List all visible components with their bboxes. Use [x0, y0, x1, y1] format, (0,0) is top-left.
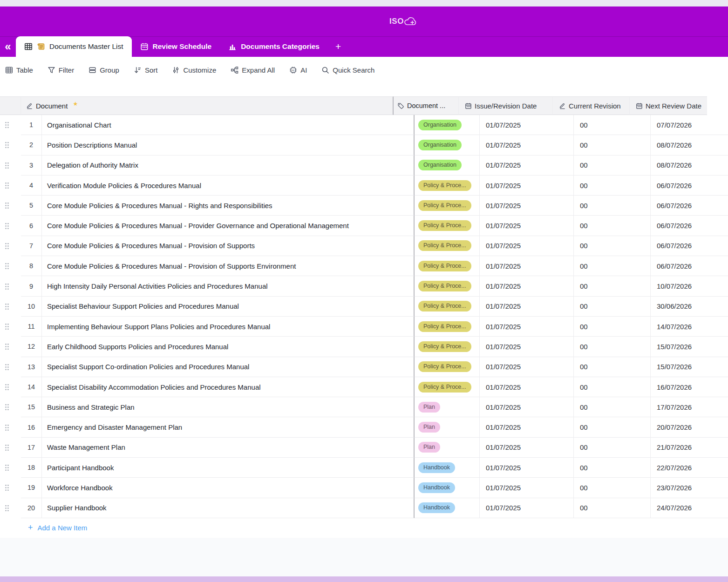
tab-review-schedule[interactable]: Review Schedule	[132, 36, 220, 57]
current-revision-cell[interactable]: 00	[574, 317, 651, 337]
issue-revision-date-cell[interactable]: 01/07/2025	[480, 478, 574, 498]
document-category-cell[interactable]: Policy & Proce...	[415, 357, 480, 377]
table-row[interactable]: 4Verification Module Policies & Procedur…	[0, 176, 728, 196]
document-name-cell[interactable]: Business and Strategic Plan	[42, 397, 415, 417]
document-category-cell[interactable]: Handbook	[415, 458, 480, 478]
next-review-date-cell[interactable]: 06/07/2026	[651, 216, 728, 236]
document-category-cell[interactable]: Policy & Proce...	[415, 236, 480, 256]
table-row[interactable]: 16Emergency and Disaster Management Plan…	[0, 417, 728, 437]
current-revision-cell[interactable]: 00	[574, 458, 651, 478]
toolbar-sort-button[interactable]: Sort	[134, 66, 158, 74]
issue-revision-date-cell[interactable]: 01/07/2025	[480, 156, 574, 176]
issue-revision-date-cell[interactable]: 01/07/2025	[480, 297, 574, 317]
toolbar-ai-button[interactable]: AIAI	[289, 66, 307, 74]
document-category-cell[interactable]: Organisation	[415, 156, 480, 176]
issue-revision-date-cell[interactable]: 01/07/2025	[480, 438, 574, 458]
table-row[interactable]: 13Specialist Support Co-ordination Polic…	[0, 357, 728, 377]
issue-revision-date-cell[interactable]: 01/07/2025	[480, 337, 574, 357]
tab-documents-master-list[interactable]: Documents Master List	[16, 36, 132, 57]
document-name-cell[interactable]: Waste Management Plan	[42, 438, 415, 458]
toolbar-group-button[interactable]: Group	[88, 66, 119, 74]
current-revision-cell[interactable]: 00	[574, 397, 651, 417]
issue-revision-date-cell[interactable]: 01/07/2025	[480, 256, 574, 276]
toolbar-quick-search-button[interactable]: Quick Search	[321, 66, 374, 74]
issue-revision-date-cell[interactable]: 01/07/2025	[480, 397, 574, 417]
issue-revision-date-cell[interactable]: 01/07/2025	[480, 377, 574, 397]
document-category-cell[interactable]: Handbook	[415, 478, 480, 498]
current-revision-cell[interactable]: 00	[574, 256, 651, 276]
current-revision-cell[interactable]: 00	[574, 297, 651, 317]
table-row[interactable]: 3Delegation of Authority MatrixOrganisat…	[0, 156, 728, 176]
drag-handle-icon[interactable]	[4, 383, 10, 391]
toolbar-expand-all-button[interactable]: Expand All	[231, 66, 275, 74]
document-category-cell[interactable]: Policy & Proce...	[415, 337, 480, 357]
current-revision-cell[interactable]: 00	[574, 216, 651, 236]
document-name-cell[interactable]: Core Module Policies & Procedures Manual…	[42, 236, 415, 256]
table-row[interactable]: 12Early Childhood Supports Policies and …	[0, 337, 728, 357]
document-name-cell[interactable]: Delegation of Authority Matrix	[42, 156, 415, 176]
document-name-cell[interactable]: High Intensity Daily Personal Activities…	[42, 276, 415, 296]
next-review-date-cell[interactable]: 22/07/2026	[651, 458, 728, 478]
collapse-sidebar-button[interactable]: «	[0, 36, 16, 57]
drag-handle-icon[interactable]	[4, 424, 10, 432]
drag-handle-icon[interactable]	[4, 141, 10, 149]
issue-revision-date-cell[interactable]: 01/07/2025	[480, 317, 574, 337]
document-category-cell[interactable]: Policy & Proce...	[415, 196, 480, 216]
document-name-cell[interactable]: Core Module Policies & Procedures Manual…	[42, 196, 415, 216]
next-review-date-cell[interactable]: 15/07/2026	[651, 357, 728, 377]
next-review-date-cell[interactable]: 30/06/2026	[651, 297, 728, 317]
document-name-cell[interactable]: Workforce Handbook	[42, 478, 415, 498]
current-revision-cell[interactable]: 00	[574, 115, 651, 135]
table-row[interactable]: 8Core Module Policies & Procedures Manua…	[0, 256, 728, 276]
next-review-date-cell[interactable]: 14/07/2026	[651, 317, 728, 337]
column-header-document-[interactable]: Document ...	[394, 96, 459, 115]
drag-handle-icon[interactable]	[4, 464, 10, 472]
current-revision-cell[interactable]: 00	[574, 236, 651, 256]
next-review-date-cell[interactable]: 21/07/2026	[651, 438, 728, 458]
next-review-date-cell[interactable]: 24/07/2026	[651, 498, 728, 518]
add-tab-button[interactable]: +	[328, 36, 348, 57]
document-category-cell[interactable]: Organisation	[415, 115, 480, 135]
drag-handle-icon[interactable]	[4, 242, 10, 250]
document-name-cell[interactable]: Specialist Support Co-ordination Policie…	[42, 357, 415, 377]
document-name-cell[interactable]: Core Module Policies & Procedures Manual…	[42, 216, 415, 236]
issue-revision-date-cell[interactable]: 01/07/2025	[480, 357, 574, 377]
document-category-cell[interactable]: Organisation	[415, 135, 480, 155]
next-review-date-cell[interactable]: 06/07/2026	[651, 196, 728, 216]
drag-handle-icon[interactable]	[4, 343, 10, 351]
add-new-item-button[interactable]: + Add a New Item	[21, 518, 728, 538]
next-review-date-cell[interactable]: 10/07/2026	[651, 276, 728, 296]
document-category-cell[interactable]: Policy & Proce...	[415, 216, 480, 236]
table-row[interactable]: 20Supplier HandbookHandbook01/07/2025002…	[0, 498, 728, 518]
table-row[interactable]: 9High Intensity Daily Personal Activitie…	[0, 276, 728, 296]
document-category-cell[interactable]: Plan	[415, 397, 480, 417]
document-name-cell[interactable]: Participant Handbook	[42, 458, 415, 478]
next-review-date-cell[interactable]: 20/07/2026	[651, 417, 728, 437]
document-category-cell[interactable]: Policy & Proce...	[415, 317, 480, 337]
issue-revision-date-cell[interactable]: 01/07/2025	[480, 417, 574, 437]
current-revision-cell[interactable]: 00	[574, 135, 651, 155]
document-name-cell[interactable]: Early Childhood Supports Policies and Pr…	[42, 337, 415, 357]
current-revision-cell[interactable]: 00	[574, 196, 651, 216]
next-review-date-cell[interactable]: 23/07/2026	[651, 478, 728, 498]
drag-handle-icon[interactable]	[4, 323, 10, 331]
document-category-cell[interactable]: Policy & Proce...	[415, 256, 480, 276]
table-row[interactable]: 7Core Module Policies & Procedures Manua…	[0, 236, 728, 256]
issue-revision-date-cell[interactable]: 01/07/2025	[480, 276, 574, 296]
table-row[interactable]: 17Waste Management PlanPlan01/07/2025002…	[0, 438, 728, 458]
document-name-cell[interactable]: Emergency and Disaster Management Plan	[42, 417, 415, 437]
issue-revision-date-cell[interactable]: 01/07/2025	[480, 458, 574, 478]
current-revision-cell[interactable]: 00	[574, 337, 651, 357]
document-name-cell[interactable]: Position Descriptions Manual	[42, 135, 415, 155]
next-review-date-cell[interactable]: 08/07/2026	[651, 156, 728, 176]
table-row[interactable]: 2Position Descriptions ManualOrganisatio…	[0, 135, 728, 155]
current-revision-cell[interactable]: 00	[574, 417, 651, 437]
document-name-cell[interactable]: Specialist Disability Accommodation Poli…	[42, 377, 415, 397]
table-row[interactable]: 15Business and Strategic PlanPlan01/07/2…	[0, 397, 728, 417]
next-review-date-cell[interactable]: 08/07/2026	[651, 135, 728, 155]
drag-handle-icon[interactable]	[4, 262, 10, 270]
drag-handle-icon[interactable]	[4, 162, 10, 169]
next-review-date-cell[interactable]: 17/07/2026	[651, 397, 728, 417]
column-header-current-revision[interactable]: Current Revision	[553, 96, 630, 115]
table-row[interactable]: 11Implementing Behaviour Support Plans P…	[0, 317, 728, 337]
